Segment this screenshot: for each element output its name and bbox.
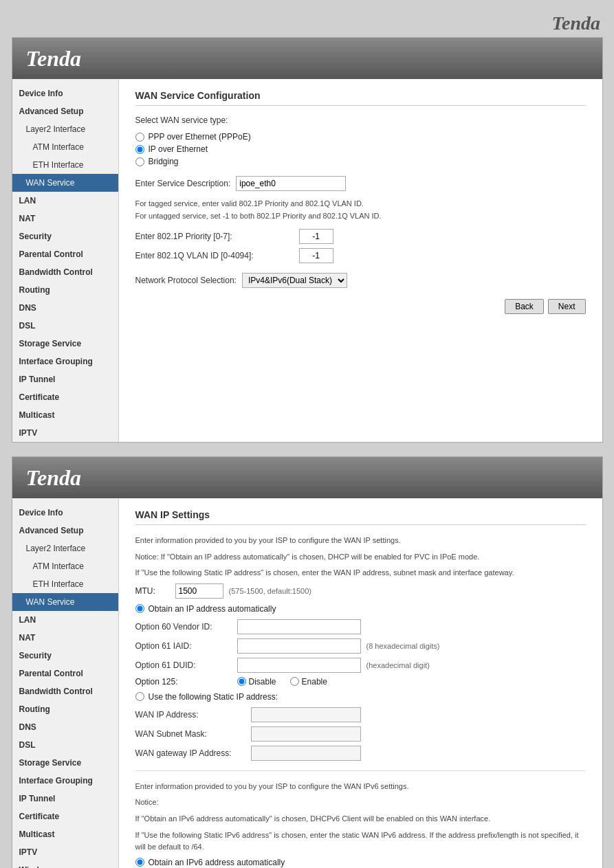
wan-gateway-row: WAN gateway IP Address: bbox=[135, 746, 586, 761]
info-block: For tagged service, enter valid 802.1P P… bbox=[135, 198, 586, 222]
option61-iaid-label: Option 61 IAID: bbox=[135, 641, 232, 651]
sidebar-item-ip-tunnel[interactable]: IP Tunnel bbox=[12, 370, 118, 388]
wan-type-radio-group: PPP over Ethernet (PPPoE) IP over Ethern… bbox=[135, 132, 586, 166]
sidebar-item-advanced-setup[interactable]: Advanced Setup bbox=[12, 522, 118, 539]
sidebar-item-multicast[interactable]: Multicast bbox=[12, 406, 118, 424]
sidebar-item-nat[interactable]: NAT bbox=[12, 629, 118, 647]
sidebar-item-interface-grouping[interactable]: Interface Grouping bbox=[12, 353, 118, 370]
option61-duid-hint: (hexadecimal digit) bbox=[366, 661, 430, 669]
sidebar-item-dns[interactable]: DNS bbox=[12, 718, 118, 736]
sidebar-item-lan[interactable]: LAN bbox=[12, 192, 118, 210]
sidebar-item-ip-tunnel[interactable]: IP Tunnel bbox=[12, 790, 118, 808]
radio-bridging[interactable]: Bridging bbox=[135, 157, 586, 166]
panel1-logo: Tenda bbox=[26, 46, 82, 71]
sidebar-item-security[interactable]: Security bbox=[12, 227, 118, 245]
service-desc-label: Enter Service Description: bbox=[135, 179, 231, 188]
panel2: Tenda Device InfoAdvanced SetupLayer2 In… bbox=[12, 456, 603, 868]
radio-ipoe[interactable]: IP over Ethernet bbox=[135, 144, 586, 154]
panel2-notice2: If "Use the following Static IP address"… bbox=[135, 567, 586, 579]
protocol-select[interactable]: IPv4&IPv6(Dual Stack) IPv4 Only IPv6 Onl… bbox=[242, 273, 347, 288]
sidebar-item-certificate[interactable]: Certificate bbox=[12, 388, 118, 406]
option125-disable-group[interactable]: Disable bbox=[237, 677, 276, 687]
panel2-notice1: Notice: If "Obtain an IP address automat… bbox=[135, 551, 586, 564]
sidebar-item-routing[interactable]: Routing bbox=[12, 700, 118, 718]
sidebar-item-device-info[interactable]: Device Info bbox=[12, 85, 118, 102]
sidebar-item-iptv[interactable]: IPTV bbox=[12, 424, 118, 442]
sidebar-item-multicast[interactable]: Multicast bbox=[12, 825, 118, 843]
static-ip-text: Use the following Static IP address: bbox=[149, 692, 278, 702]
radio-ipoe-input[interactable] bbox=[135, 145, 144, 154]
static-ip-label[interactable]: Use the following Static IP address: bbox=[135, 692, 586, 702]
wan-subnet-input[interactable] bbox=[251, 726, 361, 742]
ipv6-section: Enter information provided to you by you… bbox=[135, 781, 586, 868]
panel1-body: Device InfoAdvanced SetupLayer2 Interfac… bbox=[12, 79, 602, 442]
sidebar-item-storage-service[interactable]: Storage Service bbox=[12, 754, 118, 772]
option60-input[interactable] bbox=[237, 619, 361, 634]
sidebar-item-security[interactable]: Security bbox=[12, 647, 118, 665]
option61-iaid-input[interactable] bbox=[237, 638, 361, 654]
sidebar-item-nat[interactable]: NAT bbox=[12, 210, 118, 227]
sidebar-item-layer2-interface[interactable]: Layer2 Interface bbox=[12, 539, 118, 557]
obtain-auto-label[interactable]: Obtain an IP address automatically bbox=[135, 604, 586, 614]
sidebar-item-dsl[interactable]: DSL bbox=[12, 736, 118, 754]
option61-duid-input[interactable] bbox=[237, 658, 361, 673]
sidebar-item-layer2-interface[interactable]: Layer2 Interface bbox=[12, 120, 118, 138]
radio-pppoe-input[interactable] bbox=[135, 133, 144, 142]
option125-enable-group[interactable]: Enable bbox=[290, 677, 327, 687]
obtain-ipv6-radio: Obtain an IPv6 address automatically bbox=[135, 858, 586, 867]
option61-iaid-row: Option 61 IAID: (8 hexadecimal digits) bbox=[135, 638, 586, 654]
sidebar-item-eth-interface[interactable]: ETH Interface bbox=[12, 575, 118, 593]
sidebar-item-bandwidth-control[interactable]: Bandwidth Control bbox=[12, 682, 118, 700]
option125-enable-input[interactable] bbox=[290, 677, 299, 686]
sidebar-item-routing[interactable]: Routing bbox=[12, 281, 118, 299]
wan-gateway-input[interactable] bbox=[251, 746, 361, 761]
mtu-hint: (575-1500, default:1500) bbox=[229, 587, 311, 595]
sidebar-item-lan[interactable]: LAN bbox=[12, 611, 118, 629]
select-wan-label: Select WAN service type: bbox=[135, 115, 586, 125]
priority-label: Enter 802.1P Priority [0-7]: bbox=[135, 232, 294, 241]
obtain-auto-input[interactable] bbox=[135, 604, 144, 613]
sidebar-item-device-info[interactable]: Device Info bbox=[12, 504, 118, 522]
panel1-next-button[interactable]: Next bbox=[548, 299, 586, 314]
ipv6-intro: Enter information provided to you by you… bbox=[135, 781, 586, 793]
wan-ip-label: WAN IP Address: bbox=[135, 710, 245, 720]
obtain-ipv6-label[interactable]: Obtain an IPv6 address automatically bbox=[135, 858, 586, 867]
wan-ip-input[interactable] bbox=[251, 707, 361, 722]
panel2-sidebar: Device InfoAdvanced SetupLayer2 Interfac… bbox=[12, 498, 119, 868]
option125-enable-text: Enable bbox=[302, 677, 327, 687]
sidebar-item-interface-grouping[interactable]: Interface Grouping bbox=[12, 772, 118, 790]
radio-bridging-input[interactable] bbox=[135, 157, 144, 166]
sidebar-item-parental-control[interactable]: Parental Control bbox=[12, 245, 118, 263]
sidebar-item-dns[interactable]: DNS bbox=[12, 299, 118, 317]
sidebar-item-bandwidth-control[interactable]: Bandwidth Control bbox=[12, 263, 118, 281]
panel1-back-button[interactable]: Back bbox=[505, 299, 544, 314]
option125-disable-input[interactable] bbox=[237, 677, 246, 686]
radio-pppoe-label: PPP over Ethernet (PPPoE) bbox=[149, 132, 251, 142]
radio-pppoe[interactable]: PPP over Ethernet (PPPoE) bbox=[135, 132, 586, 142]
panel1-title: WAN Service Configuration bbox=[135, 90, 586, 106]
mtu-label: MTU: bbox=[135, 586, 170, 596]
service-desc-input[interactable] bbox=[236, 176, 346, 191]
obtain-ipv6-input[interactable] bbox=[135, 858, 144, 867]
sidebar-item-certificate[interactable]: Certificate bbox=[12, 808, 118, 825]
static-ip-input[interactable] bbox=[135, 692, 144, 701]
sidebar-item-parental-control[interactable]: Parental Control bbox=[12, 665, 118, 682]
vlan-input[interactable] bbox=[299, 248, 333, 263]
sidebar-item-atm-interface[interactable]: ATM Interface bbox=[12, 557, 118, 575]
sidebar-item-storage-service[interactable]: Storage Service bbox=[12, 335, 118, 353]
panel1-btn-row: Back Next bbox=[135, 299, 586, 314]
sidebar-item-iptv[interactable]: IPTV bbox=[12, 843, 118, 861]
sidebar-item-wan-service[interactable]: WAN Service bbox=[12, 174, 118, 192]
priority-input[interactable] bbox=[299, 229, 333, 244]
static-ip-section: WAN IP Address: WAN Subnet Mask: WAN gat… bbox=[135, 707, 586, 761]
sidebar-item-dsl[interactable]: DSL bbox=[12, 317, 118, 335]
sidebar-item-advanced-setup[interactable]: Advanced Setup bbox=[12, 102, 118, 120]
sidebar-item-wireless[interactable]: Wireless bbox=[12, 861, 118, 868]
sidebar-item-eth-interface[interactable]: ETH Interface bbox=[12, 156, 118, 174]
sidebar-item-atm-interface[interactable]: ATM Interface bbox=[12, 138, 118, 156]
mtu-input[interactable] bbox=[175, 583, 223, 599]
panel1-header: Tenda bbox=[12, 38, 602, 79]
mtu-row: MTU: (575-1500, default:1500) bbox=[135, 583, 586, 599]
sidebar-item-wan-service[interactable]: WAN Service bbox=[12, 593, 118, 611]
panel2-logo: Tenda bbox=[26, 465, 82, 491]
